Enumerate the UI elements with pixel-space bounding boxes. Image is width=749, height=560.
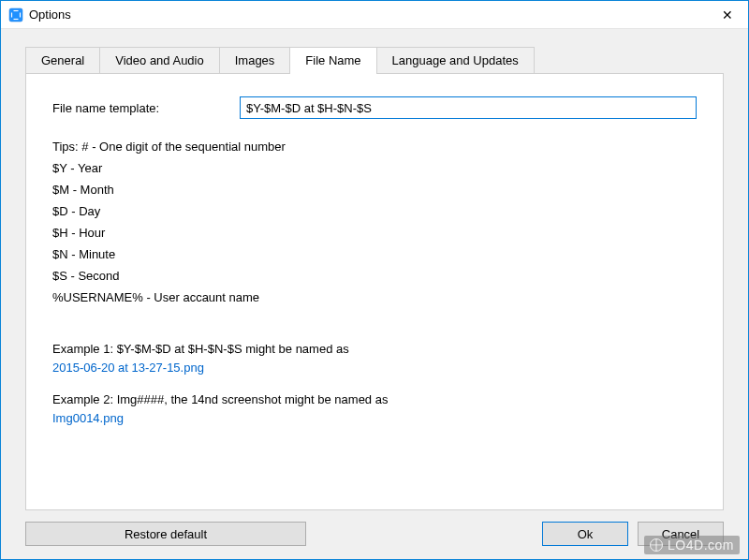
watermark: LO4D.com — [644, 536, 740, 554]
filename-template-row: File name template: — [52, 96, 697, 119]
tab-panel-file-name: File name template: Tips: # - One digit … — [25, 73, 724, 510]
close-button[interactable]: ✕ — [706, 1, 748, 28]
tips-heading: Tips: # - One digit of the sequential nu… — [52, 136, 697, 157]
filename-template-input[interactable] — [240, 96, 697, 119]
example-2-result: Img0014.png — [52, 409, 697, 428]
tip-month: $M - Month — [52, 179, 697, 200]
tab-images[interactable]: Images — [219, 47, 291, 73]
tip-day: $D - Day — [52, 200, 697, 222]
close-icon: ✕ — [722, 7, 733, 22]
svg-rect-2 — [11, 9, 14, 12]
restore-default-button[interactable]: Restore default — [25, 522, 306, 546]
tip-hour: $H - Hour — [52, 222, 697, 243]
svg-rect-5 — [19, 17, 22, 20]
example-2: Example 2: Img####, the 14nd screenshot … — [52, 391, 697, 428]
svg-rect-3 — [19, 9, 22, 12]
tip-year: $Y - Year — [52, 157, 697, 179]
app-icon — [8, 7, 23, 22]
tab-bar: General Video and Audio Images File Name… — [25, 46, 724, 73]
window-body: General Video and Audio Images File Name… — [1, 29, 748, 559]
tip-minute: $N - Minute — [52, 243, 697, 265]
svg-rect-4 — [11, 17, 14, 20]
example-1: Example 1: $Y-$M-$D at $H-$N-$S might be… — [52, 340, 697, 377]
dialog-footer: Restore default Ok Cancel — [25, 510, 724, 546]
example-1-result: 2015-06-20 at 13-27-15.png — [52, 359, 697, 377]
tip-second: $S - Second — [52, 265, 697, 287]
globe-icon — [650, 538, 663, 552]
filename-template-label: File name template: — [52, 101, 240, 115]
tip-username: %USERNAME% - User accaunt name — [52, 287, 697, 308]
tips-block: Tips: # - One digit of the sequential nu… — [52, 136, 697, 308]
watermark-text: LO4D.com — [668, 538, 734, 553]
window-title: Options — [29, 7, 706, 22]
tab-file-name[interactable]: File Name — [289, 47, 376, 74]
titlebar: Options ✕ — [1, 1, 748, 29]
example-1-line1: Example 1: $Y-$M-$D at $H-$N-$S might be… — [52, 340, 697, 359]
example-2-line1: Example 2: Img####, the 14nd screenshot … — [52, 391, 697, 409]
tab-general[interactable]: General — [25, 47, 100, 73]
ok-button[interactable]: Ok — [542, 522, 628, 546]
options-window: Options ✕ General Video and Audio Images… — [0, 0, 749, 560]
tab-video-audio[interactable]: Video and Audio — [99, 47, 219, 73]
tab-language-updates[interactable]: Language and Updates — [376, 47, 535, 73]
examples-block: Example 1: $Y-$M-$D at $H-$N-$S might be… — [52, 340, 697, 428]
